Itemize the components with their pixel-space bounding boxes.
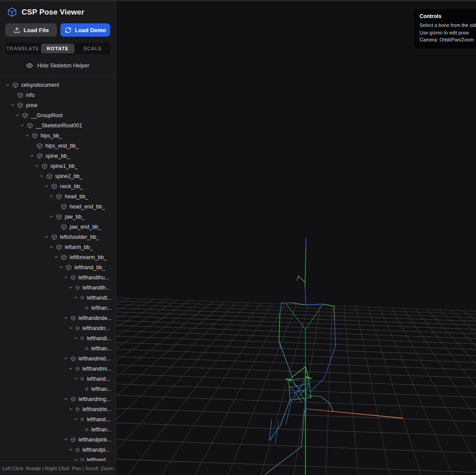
bone-line xyxy=(289,383,309,388)
bone-line xyxy=(334,306,335,319)
chevron-down-icon[interactable] xyxy=(68,447,75,452)
tree-node-label: hips_end_bb_ xyxy=(45,143,78,149)
bone-line xyxy=(305,248,306,287)
tree-node[interactable]: __GroupRoot xyxy=(0,110,115,120)
controls-panel-lines: Select a bone from the sideUse gizmo to … xyxy=(420,22,476,44)
tree-node[interactable]: hips_bb_ xyxy=(0,130,115,141)
cube-icon xyxy=(56,193,62,200)
chevron-down-icon[interactable] xyxy=(68,407,75,412)
tree-node[interactable]: head_bb_ xyxy=(0,191,115,201)
cube-icon xyxy=(80,336,84,340)
tree-node[interactable]: lefthand_bb_ xyxy=(0,262,115,272)
chevron-down-icon[interactable] xyxy=(63,275,71,280)
chevron-down-icon[interactable] xyxy=(68,326,75,330)
chevron-down-icon[interactable] xyxy=(15,113,22,118)
chevron-down-icon[interactable] xyxy=(44,234,51,239)
tree-node[interactable]: spine_bb_ xyxy=(0,151,115,161)
chevron-down-icon[interactable] xyxy=(39,174,46,178)
tree-node[interactable]: neck_bb_ xyxy=(0,181,115,191)
tree-node[interactable]: jaw_bb_ xyxy=(0,212,115,222)
tree-node[interactable]: lefthan... xyxy=(0,384,115,394)
chevron-down-icon[interactable] xyxy=(10,103,17,108)
tree-node-label: head_end_bb_ xyxy=(70,204,105,210)
tab-rotate[interactable]: ROTATE xyxy=(41,44,74,53)
cube-icon xyxy=(75,407,80,412)
load-demo-button[interactable]: Load Demo xyxy=(60,23,110,37)
chevron-down-icon[interactable] xyxy=(34,163,41,168)
viewport-3d[interactable]: Controls Select a bone from the sideUse … xyxy=(116,0,476,475)
load-file-button[interactable]: Load File xyxy=(5,23,57,37)
helper-toggle-label: Hide Skeleton Helper xyxy=(37,63,89,69)
chevron-down-icon[interactable] xyxy=(73,295,80,300)
controls-panel-line: Use gizmo to edit pose xyxy=(420,29,476,37)
tree-node[interactable]: lefthand... xyxy=(0,414,115,424)
tree-node[interactable]: lefthandin... xyxy=(0,323,115,333)
tree-node[interactable]: __SkeletonRoot001 xyxy=(0,120,115,130)
cube-icon xyxy=(51,183,57,189)
tree-node[interactable]: lefthandth... xyxy=(0,282,115,293)
tree-node[interactable]: lefthandrin... xyxy=(0,404,115,414)
scene-canvas[interactable] xyxy=(116,0,476,475)
chevron-down-icon[interactable] xyxy=(63,356,71,361)
tree-node[interactable]: lefthandthu... xyxy=(0,272,115,282)
cube-icon xyxy=(12,82,19,88)
cube-icon xyxy=(66,264,72,271)
tree-node[interactable]: leftarm_bb_ xyxy=(0,242,115,252)
chevron-down-icon[interactable] xyxy=(49,245,56,249)
tab-scale[interactable]: SCALE xyxy=(76,44,109,53)
chevron-down-icon[interactable] xyxy=(73,336,80,341)
chevron-down-icon[interactable] xyxy=(20,123,27,128)
tree-node[interactable]: lefthandpi... xyxy=(0,445,115,455)
tree-node[interactable]: lefthandt... xyxy=(0,293,115,303)
tree-node[interactable]: lefthan... xyxy=(0,303,115,313)
tree-node[interactable]: lefthandmid... xyxy=(0,353,115,364)
cube-icon xyxy=(80,377,84,381)
tree-node[interactable]: head_end_bb_ xyxy=(0,201,115,212)
bone-line xyxy=(289,367,305,380)
tree-node[interactable]: lefthandmi... xyxy=(0,364,115,374)
cube-icon xyxy=(61,204,67,210)
chevron-down-icon[interactable] xyxy=(68,366,75,371)
chevron-down-icon[interactable] xyxy=(73,417,80,422)
chevron-down-icon[interactable] xyxy=(73,376,80,381)
tree-node[interactable]: lefthandi... xyxy=(0,333,115,343)
ground-grid xyxy=(116,276,476,475)
tree-node[interactable]: pose xyxy=(0,100,115,110)
toggle-skeleton-helper[interactable]: Hide Skeleton Helper xyxy=(0,59,115,75)
tree-node[interactable]: lefthandpink... xyxy=(0,434,115,445)
controls-panel-line: Select a bone from the side xyxy=(420,22,476,29)
tree-node[interactable]: lefthandring... xyxy=(0,394,115,404)
tree-node[interactable]: hips_end_bb_ xyxy=(0,141,115,151)
load-file-label: Load File xyxy=(24,27,49,33)
tree-node[interactable]: jaw_end_bb_ xyxy=(0,222,115,232)
tree-node[interactable]: spine1_bb_ xyxy=(0,161,115,171)
tree-node[interactable]: lefthan... xyxy=(0,424,115,434)
chevron-down-icon[interactable] xyxy=(25,133,32,138)
bone-line xyxy=(279,341,292,377)
app-header: CSP Pose Viewer xyxy=(0,0,115,22)
tree-node[interactable]: leftshoulder_bb_ xyxy=(0,232,115,242)
chevron-down-icon[interactable] xyxy=(5,82,12,87)
tree-node-label: celsysdocument xyxy=(21,82,59,88)
cube-icon xyxy=(71,437,76,442)
tree-node[interactable]: celsysdocument xyxy=(0,80,115,90)
chevron-down-icon[interactable] xyxy=(63,437,71,442)
tree-node[interactable]: lefthandinde... xyxy=(0,313,115,323)
tree-node[interactable]: lefthan... xyxy=(0,343,115,353)
chevron-down-icon[interactable] xyxy=(63,397,71,401)
chevron-down-icon[interactable] xyxy=(54,255,61,260)
tree-node[interactable]: spine2_bb_ xyxy=(0,171,115,181)
chevron-down-icon[interactable] xyxy=(63,315,71,320)
cube-icon xyxy=(7,7,17,17)
tab-translate[interactable]: TRANSLATE xyxy=(6,44,39,53)
tree-node[interactable]: info xyxy=(0,90,115,100)
chevron-down-icon[interactable] xyxy=(68,285,75,290)
chevron-down-icon[interactable] xyxy=(49,194,56,199)
chevron-down-icon[interactable] xyxy=(44,184,51,189)
chevron-down-icon[interactable] xyxy=(30,153,37,158)
tree-node[interactable]: lefthand... xyxy=(0,374,115,384)
tree-node[interactable]: leftforearm_bb_ xyxy=(0,252,115,262)
chevron-down-icon[interactable] xyxy=(59,265,66,270)
cube-icon xyxy=(85,387,89,391)
chevron-down-icon[interactable] xyxy=(49,214,56,219)
